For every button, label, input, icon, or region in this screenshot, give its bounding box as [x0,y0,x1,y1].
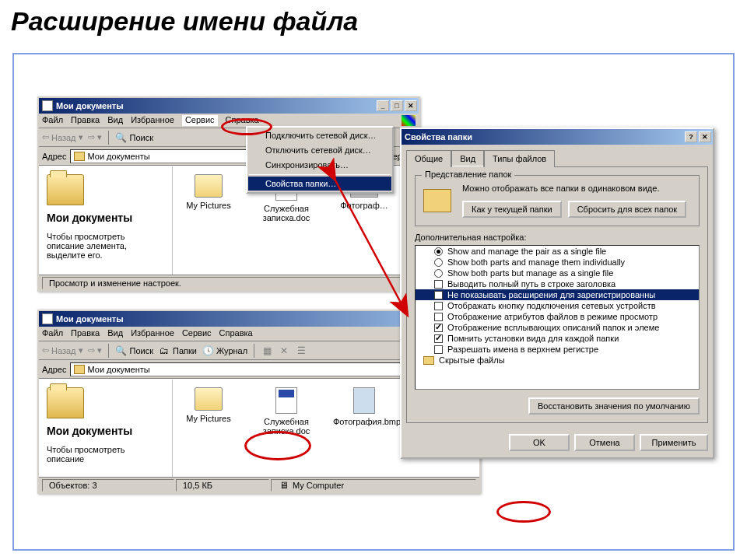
minimize-button[interactable]: _ [377,100,389,111]
folder-icon [42,100,53,111]
tab-body: Представление папок Можно отображать все… [406,166,708,423]
radio-icon [434,247,443,256]
forward-button[interactable]: ⇨ ▾ [88,132,102,142]
menu-edit[interactable]: Правка [71,328,100,339]
search-button[interactable]: 🔍Поиск [115,131,153,144]
menu-item-folder-options[interactable]: Свойства папки… [248,177,391,191]
folders-icon: 🗂 [158,345,170,357]
panel-title: Мои документы [47,212,164,224]
window-title: Мои документы [56,314,124,324]
window-title: Мои документы [56,101,124,110]
tab-general[interactable]: Общие [406,150,451,167]
menu-help[interactable]: Справка [219,328,253,339]
menu-help[interactable]: Справка [226,115,259,126]
checkbox-icon [434,302,443,310]
groupbox-folder-views: Представление папок Можно отображать все… [415,175,700,226]
restore-defaults-button[interactable]: Восстановить значения по умолчанию [528,397,700,415]
tab-strip: Общие Вид Типы файлов [402,145,713,166]
menu-item-connect-drive[interactable]: Подключить сетевой диск… [248,128,391,143]
close-button[interactable]: ✕ [699,131,711,142]
tab-filetypes[interactable]: Типы файлов [484,150,555,167]
windows-logo-icon [402,115,416,126]
address-label: Адрес [42,365,67,374]
checkbox-icon [434,334,443,343]
apply-button[interactable]: Применить [640,434,708,451]
side-panel-1: Мои документы Чтобы просмотреть описание… [39,166,173,275]
advanced-settings-tree[interactable]: Show and manage the pair as a single fil… [415,245,700,390]
folder-options-dialog: Свойства папки ? ✕ Общие Вид Типы файлов… [400,128,714,459]
menu-file[interactable]: Файл [42,328,63,339]
tree-radio-item[interactable]: Show both parts but manage as a single f… [416,268,699,278]
history-button[interactable]: 🕓Журнал [202,345,247,357]
back-button[interactable]: ⇦ Назад ▾ [42,132,83,142]
toolbar-icon[interactable]: ▦ [261,345,273,357]
menu-service[interactable]: Сервис [182,328,212,339]
checkbox-icon [434,280,443,289]
tree-check-item[interactable]: Отображать кнопку подключения сетевых ус… [416,300,699,311]
folder-large-icon [47,174,84,205]
menu-edit[interactable]: Правка [71,115,100,126]
apply-to-all-button[interactable]: Как у текущей папки [462,201,562,218]
slide-frame: Мои документы _ □ ✕ Файл Правка Вид Избр… [12,53,735,551]
history-icon: 🕓 [202,345,214,357]
folder-icon [74,152,85,161]
panel-title: Мои документы [47,425,164,437]
tree-radio-item[interactable]: Show and manage the pair as a single fil… [416,246,699,257]
reset-all-button[interactable]: Сбросить для всех папок [568,201,686,218]
document-icon [275,387,297,414]
menu-favorites[interactable]: Избранное [131,115,174,126]
maximize-button[interactable]: □ [391,100,403,111]
search-icon: 🔍 [115,345,128,357]
address-input[interactable]: Мои документы [70,362,423,376]
tree-check-item[interactable]: Не показывать расширения для зарегистрир… [416,289,699,300]
search-icon: 🔍 [115,131,128,144]
panel-desc: Чтобы просмотреть описание элемента, выд… [47,232,164,260]
tab-view[interactable]: Вид [451,150,484,167]
titlebar-1[interactable]: Мои документы _ □ ✕ [39,98,419,114]
computer-icon: 🖥 [278,479,290,492]
menu-view[interactable]: Вид [107,115,123,126]
ok-button[interactable]: OK [509,434,570,451]
checkbox-icon [434,324,443,332]
menu-favorites[interactable]: Избранное [131,328,174,339]
folder-icon [195,174,223,198]
folders-button[interactable]: 🗂Папки [158,345,197,357]
cancel-button[interactable]: Отмена [574,434,635,451]
tree-check-item[interactable]: Помнить установки вида для каждой папки [416,333,699,344]
tree-folder-node[interactable]: Скрытые файлы [416,355,699,366]
toolbar-icon[interactable]: ✕ [278,345,290,357]
back-button[interactable]: ⇦ Назад ▾ [42,345,83,355]
address-label: Адрес [42,152,67,161]
status-location: 🖥 My Computer [271,479,476,492]
statusbar-2: Объектов: 3 10,5 КБ 🖥 My Computer [39,477,479,492]
help-button[interactable]: ? [685,131,697,142]
close-button[interactable]: ✕ [405,100,417,111]
menu-item-synchronize[interactable]: Синхронизировать… [248,158,391,173]
tree-check-item[interactable]: Выводить полный путь в строке заголовка [416,278,699,289]
file-item[interactable]: Фотография.bmp [333,387,395,426]
file-item[interactable]: My Pictures [177,174,240,210]
file-item[interactable]: Служебная записка.doc [255,387,317,436]
groupbox-text: Можно отображать все папки в одинаковом … [462,184,691,193]
forward-button[interactable]: ⇨ ▾ [88,345,102,355]
tree-check-item[interactable]: Отображение всплывающих описаний папок и… [416,322,699,333]
menu-item-disconnect-drive[interactable]: Отключить сетевой диск… [248,143,391,158]
advanced-label: Дополнительная настройка: [415,233,700,242]
menu-service[interactable]: Сервис [182,115,218,126]
menu-view[interactable]: Вид [107,328,123,339]
toolbar-icon[interactable]: ☰ [295,345,307,357]
folder-icon [74,365,85,374]
panel-desc: Чтобы просмотреть описание [47,445,164,464]
file-item[interactable]: My Pictures [177,387,240,423]
bitmap-icon [353,387,375,414]
search-button[interactable]: 🔍Поиск [115,345,153,357]
status-objects: Объектов: 3 [42,479,174,492]
tree-check-item[interactable]: Разрешать имена в верхнем регистре [416,344,699,355]
tree-check-item[interactable]: Отображение атрибутов файлов в режиме пр… [416,311,699,322]
menu-file[interactable]: Файл [42,115,63,126]
dialog-titlebar[interactable]: Свойства папки ? ✕ [402,129,713,145]
checkbox-icon [434,345,443,354]
service-dropdown: Подключить сетевой диск… Отключить сетев… [246,126,394,194]
tree-radio-item[interactable]: Show both parts and manage them individu… [416,257,699,268]
radio-icon [434,269,443,278]
